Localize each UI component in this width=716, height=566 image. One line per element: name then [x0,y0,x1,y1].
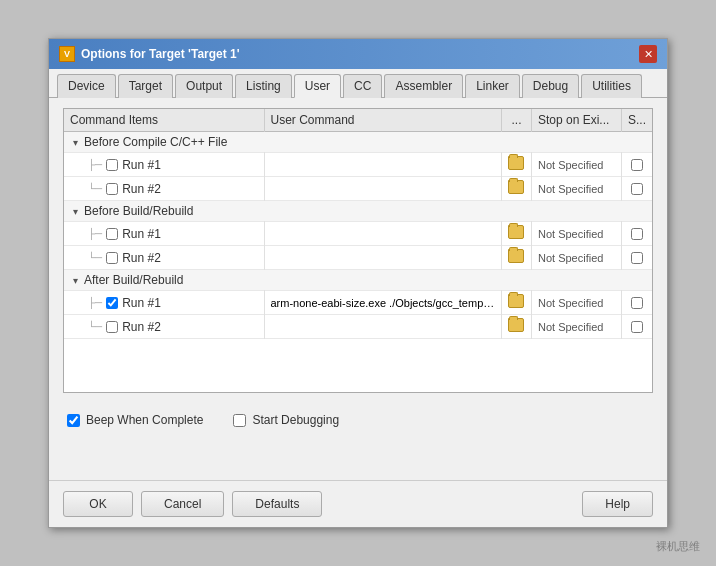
expand-icon-before-compile[interactable]: ▾ [70,137,80,147]
main-content: Command Items User Command ... Stop on E… [49,98,667,480]
table-row: ├─ Run #1 Not Specified [64,222,652,246]
tab-device[interactable]: Device [57,74,116,98]
dialog-title: Options for Target 'Target 1' [81,47,240,61]
tree-line-icon: └─ [88,252,102,263]
dialog: V Options for Target 'Target 1' ✕ Device… [48,38,668,528]
tab-cc[interactable]: CC [343,74,382,98]
run2-build-check[interactable] [106,252,118,264]
commands-table: Command Items User Command ... Stop on E… [64,109,652,339]
ok-button[interactable]: OK [63,491,133,517]
run2-after-s-check[interactable] [631,321,643,333]
group-row-after-build: ▾ After Build/Rebuild [64,270,652,291]
run1-build-label: Run #1 [122,227,161,241]
commands-table-container: Command Items User Command ... Stop on E… [63,108,653,393]
tabs-bar: Device Target Output Listing User CC Ass… [49,69,667,98]
run2-build-label: Run #2 [122,251,161,265]
tree-line-icon: ├─ [88,228,102,239]
beep-complete-text: Beep When Complete [86,413,203,427]
table-row: └─ Run #2 Not Specified [64,177,652,201]
group-row-before-compile: ▾ Before Compile C/C++ File [64,132,652,153]
main-buttons: OK Cancel Defaults [63,491,322,517]
run1-build-stop: Not Specified [538,228,603,240]
run2-compile-label: Run #2 [122,182,161,196]
run1-build-folder-icon[interactable] [508,225,524,239]
col-header-user-command: User Command [264,109,501,132]
help-button[interactable]: Help [582,491,653,517]
col-header-stop: Stop on Exi... [531,109,621,132]
run1-compile-check[interactable] [106,159,118,171]
run2-after-check[interactable] [106,321,118,333]
table-row: ├─ Run #1 Not Specified [64,153,652,177]
run1-after-label: Run #1 [122,296,161,310]
table-row: ├─ Run #1 arm-none-eabi-size.exe ./Objec… [64,291,652,315]
group-label-before-build: Before Build/Rebuild [84,204,193,218]
start-debugging-text: Start Debugging [252,413,339,427]
cancel-button[interactable]: Cancel [141,491,224,517]
run1-build-command [264,222,501,246]
group-row-before-build: ▾ Before Build/Rebuild [64,201,652,222]
run1-after-check[interactable] [106,297,118,309]
table-row: └─ Run #2 Not Specified [64,315,652,339]
tab-linker[interactable]: Linker [465,74,520,98]
title-bar: V Options for Target 'Target 1' ✕ [49,39,667,69]
defaults-button[interactable]: Defaults [232,491,322,517]
run1-after-s-check[interactable] [631,297,643,309]
expand-icon-before-build[interactable]: ▾ [70,206,80,216]
app-icon: V [59,46,75,62]
run1-build-s-check[interactable] [631,228,643,240]
beep-complete-label[interactable]: Beep When Complete [67,413,203,427]
run2-after-command [264,315,501,339]
tab-output[interactable]: Output [175,74,233,98]
start-debugging-checkbox[interactable] [233,414,246,427]
tab-assembler[interactable]: Assembler [384,74,463,98]
run1-build-check[interactable] [106,228,118,240]
group-label-after-build: After Build/Rebuild [84,273,183,287]
tree-line-icon: ├─ [88,297,102,308]
tab-user[interactable]: User [294,74,341,98]
run2-compile-command [264,177,501,201]
col-header-s: S... [621,109,652,132]
tab-utilities[interactable]: Utilities [581,74,642,98]
tab-listing[interactable]: Listing [235,74,292,98]
table-row: └─ Run #2 Not Specified [64,246,652,270]
options-row: Beep When Complete Start Debugging [63,405,653,435]
run2-build-stop: Not Specified [538,252,603,264]
expand-icon-after-build[interactable]: ▾ [70,275,80,285]
run2-after-label: Run #2 [122,320,161,334]
run2-after-stop: Not Specified [538,321,603,333]
run1-compile-command [264,153,501,177]
run2-build-s-check[interactable] [631,252,643,264]
run1-after-folder-icon[interactable] [508,294,524,308]
run2-build-command [264,246,501,270]
tree-line-icon: ├─ [88,159,102,170]
tree-line-icon: └─ [88,183,102,194]
beep-complete-checkbox[interactable] [67,414,80,427]
watermark: 裸机思维 [656,539,700,554]
run1-compile-stop: Not Specified [538,159,603,171]
run1-compile-folder-icon[interactable] [508,156,524,170]
tab-debug[interactable]: Debug [522,74,579,98]
run1-after-stop: Not Specified [538,297,603,309]
tab-target[interactable]: Target [118,74,173,98]
run2-compile-check[interactable] [106,183,118,195]
tree-line-icon: └─ [88,321,102,332]
col-header-dots: ... [501,109,531,132]
col-header-command-items: Command Items [64,109,264,132]
start-debugging-label[interactable]: Start Debugging [233,413,339,427]
run1-compile-s-check[interactable] [631,159,643,171]
run2-compile-folder-icon[interactable] [508,180,524,194]
group-label-before-compile: Before Compile C/C++ File [84,135,227,149]
run1-compile-label: Run #1 [122,158,161,172]
run2-after-folder-icon[interactable] [508,318,524,332]
buttons-row: OK Cancel Defaults Help [49,480,667,527]
run2-compile-s-check[interactable] [631,183,643,195]
run1-after-command: arm-none-eabi-size.exe ./Objects/gcc_tem… [264,291,501,315]
run2-build-folder-icon[interactable] [508,249,524,263]
close-button[interactable]: ✕ [639,45,657,63]
run2-compile-stop: Not Specified [538,183,603,195]
